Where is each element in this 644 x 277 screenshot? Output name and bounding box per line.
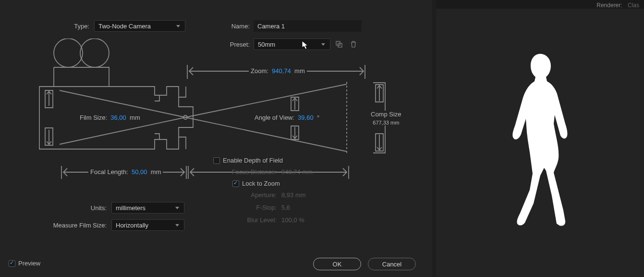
preview-checkbox[interactable]: Preview <box>9 260 40 267</box>
angle-label: Angle of View: <box>255 114 294 121</box>
measure-value: Horizontally <box>116 222 148 229</box>
focal-length-field[interactable]: Focal Length: 50,00 mm <box>88 168 163 176</box>
film-size-field[interactable]: Film Size: 36,00 mm <box>78 114 142 121</box>
preview-panel: Renderer: Clas <box>436 0 644 277</box>
enable-dof-checkbox[interactable]: Enable Depth of Field <box>213 157 283 164</box>
zoom-unit: mm <box>294 67 305 75</box>
svg-line-5 <box>185 117 347 151</box>
units-label: Units: <box>0 204 107 212</box>
focal-length-label: Focal Length: <box>90 168 128 176</box>
zoom-value: 940,74 <box>272 67 291 75</box>
fstop-label: F-Stop: <box>192 204 277 211</box>
comp-size-value: 677,33 mm <box>371 120 401 126</box>
blur-value: 100,0 <box>281 216 297 224</box>
lock-to-zoom-label: Lock to Zoom <box>242 180 280 187</box>
blur-label: Blur Level: <box>192 216 277 224</box>
preview-viewport[interactable] <box>436 9 644 277</box>
focal-length-value: 50,00 <box>132 168 147 176</box>
blur-field: Blur Level: 100,0 % <box>192 216 304 224</box>
type-label: Type: <box>0 23 89 30</box>
fstop-value: 5,6 <box>281 204 290 211</box>
aperture-field: Aperture: 8,93 mm <box>192 191 306 199</box>
cancel-label: Cancel <box>382 261 401 268</box>
name-label: Name: <box>202 23 250 30</box>
renderer-row: Renderer: Clas <box>596 2 639 9</box>
focus-distance-unit: mm <box>302 168 313 176</box>
enable-dof-box <box>213 157 220 164</box>
focus-distance-value: 940,74 <box>281 168 301 176</box>
enable-dof-label: Enable Depth of Field <box>223 157 283 164</box>
name-value: Camera 1 <box>257 23 285 30</box>
svg-point-3 <box>80 38 109 67</box>
film-size-unit: mm <box>130 114 140 121</box>
name-input[interactable]: Camera 1 <box>254 20 362 32</box>
comp-size-label: Comp Size <box>371 111 401 118</box>
aperture-value: 8,93 <box>281 191 293 199</box>
film-size-label: Film Size: <box>80 114 107 121</box>
ok-button[interactable]: OK <box>313 258 361 270</box>
angle-unit: ° <box>317 114 319 121</box>
focal-length-unit: mm <box>151 168 161 176</box>
aperture-label: Aperture: <box>192 191 277 199</box>
zoom-field[interactable]: Zoom: 940,74 mm <box>249 67 307 75</box>
units-value: millimeters <box>116 204 146 212</box>
focus-distance-field: Focus Distance: 940,74 mm <box>192 168 313 176</box>
comp-size: Comp Size 677,33 mm <box>369 111 403 126</box>
fstop-field: F-Stop: 5,6 <box>192 204 290 211</box>
blur-unit: % <box>299 216 304 224</box>
type-value: Two-Node Camera <box>98 23 151 30</box>
angle-field[interactable]: Angle of View: 39,60 ° <box>253 114 321 121</box>
measure-select[interactable]: Horizontally <box>111 219 184 231</box>
film-size-value: 36,00 <box>110 114 126 121</box>
zoom-label: Zoom: <box>251 67 268 75</box>
measure-label: Measure Film Size: <box>0 222 107 229</box>
units-select[interactable]: millimeters <box>111 202 184 214</box>
svg-point-2 <box>54 38 83 67</box>
svg-line-4 <box>185 84 347 117</box>
focus-distance-label: Focus Distance: <box>192 168 277 176</box>
cancel-button[interactable]: Cancel <box>368 258 416 270</box>
aperture-unit: mm <box>295 191 306 199</box>
renderer-value: Clas <box>628 2 639 9</box>
angle-value: 39,60 <box>298 114 314 121</box>
lock-to-zoom-checkbox[interactable]: Lock to Zoom <box>232 180 280 187</box>
preview-label: Preview <box>18 260 40 267</box>
type-select[interactable]: Two-Node Camera <box>94 20 185 32</box>
silhouette-image <box>492 51 588 234</box>
preview-box <box>9 260 15 267</box>
renderer-label: Renderer: <box>596 2 622 9</box>
camera-settings-dialog: Type: Two-Node Camera Name: Camera 1 Pre… <box>0 0 432 277</box>
lock-to-zoom-box <box>232 180 239 187</box>
ok-label: OK <box>333 261 342 268</box>
